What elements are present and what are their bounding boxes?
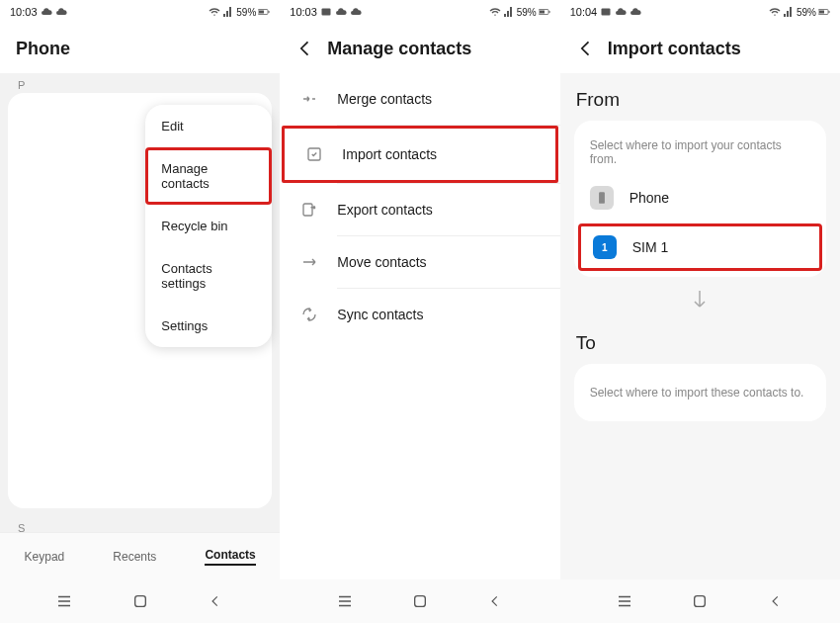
tab-recents[interactable]: Recents [113,550,156,564]
nav-bar [0,579,280,623]
svg-rect-2 [269,11,270,13]
signal-icon [783,6,795,18]
merge-icon [299,89,319,109]
menu-recycle-bin[interactable]: Recycle bin [145,205,272,247]
move-icon [299,252,319,272]
page-title: Phone [16,39,70,59]
app-header: Phone [0,24,280,73]
item-label: Merge contacts [337,91,432,107]
back-icon[interactable] [295,39,315,58]
item-label: Export contacts [337,202,433,218]
tab-contacts[interactable]: Contacts [205,548,255,566]
svg-rect-11 [602,9,611,16]
item-sync-contacts[interactable]: Sync contacts [280,289,559,340]
menu-edit[interactable]: Edit [145,105,272,147]
phone-storage-icon [590,186,614,210]
nav-back[interactable] [205,590,226,612]
from-hint: Select where to import your contacts fro… [574,125,826,174]
item-label: Move contacts [337,254,426,270]
from-label: From [574,73,826,121]
nav-recents[interactable] [53,590,75,612]
status-bar: 10:03 59% [280,0,559,24]
signal-icon [503,6,515,18]
to-label: To [574,316,826,364]
sim-icon: 1 [593,235,617,259]
item-label: Import contacts [342,146,437,162]
page-title: Manage contacts [327,39,471,59]
cloud-icon [615,6,627,18]
picture-icon [600,6,612,18]
menu-contacts-settings[interactable]: Contacts settings [145,247,272,305]
menu-settings[interactable]: Settings [145,305,272,347]
source-label: SIM 1 [632,239,669,255]
svg-rect-14 [828,11,829,13]
svg-rect-4 [321,9,330,16]
cloud-icon [350,6,362,18]
source-label: Phone [630,190,669,206]
tab-keypad[interactable]: Keypad [25,550,65,564]
svg-rect-3 [134,596,145,607]
status-time: 10:03 [290,6,317,18]
alpha-separator: S [0,516,280,532]
nav-bar [280,579,559,623]
cloud-icon [55,6,67,18]
import-icon [304,144,324,164]
export-icon [299,200,319,220]
svg-rect-1 [259,11,264,14]
svg-rect-16 [695,596,706,607]
item-move-contacts[interactable]: Move contacts [280,236,559,288]
svg-rect-13 [819,11,824,14]
item-import-contacts[interactable]: Import contacts [285,129,554,180]
main-content: From Select where to import your contact… [560,73,840,579]
status-bar: 10:04 59% [560,0,840,24]
nav-back[interactable] [484,590,506,612]
nav-recents[interactable] [334,590,356,612]
svg-rect-10 [415,596,426,607]
item-label: Sync contacts [337,307,423,322]
to-card: Select where to import these contacts to… [574,364,826,421]
status-time: 10:03 [10,6,38,18]
alpha-separator: P [0,73,280,93]
nav-bar [560,579,840,623]
item-merge-contacts[interactable]: Merge contacts [280,73,559,125]
from-card: Select where to import your contacts fro… [574,121,826,277]
battery-icon [258,6,270,18]
app-header: Manage contacts [280,24,559,73]
status-time: 10:04 [570,6,598,18]
back-icon[interactable] [576,39,596,58]
nav-home[interactable] [409,590,431,612]
source-sim1[interactable]: 1 SIM 1 [581,226,819,268]
page-title: Import contacts [608,39,741,59]
wifi-icon [769,6,781,18]
battery-pct: 59% [236,7,256,18]
app-header: Import contacts [560,24,840,73]
nav-home[interactable] [689,590,711,612]
arrow-down-icon [574,277,826,316]
nav-back[interactable] [765,590,787,612]
overflow-menu: Edit Manage contacts Recycle bin Contact… [145,105,272,347]
nav-home[interactable] [129,590,151,612]
battery-icon [539,6,550,18]
battery-icon [818,6,830,18]
svg-rect-6 [540,11,545,14]
wifi-icon [209,6,220,18]
nav-recents[interactable] [614,590,635,612]
sync-icon [299,305,319,324]
signal-icon [222,6,234,18]
status-bar: 10:03 59% [0,0,280,24]
wifi-icon [489,6,501,18]
source-phone[interactable]: Phone [574,174,826,222]
bottom-tabs: Keypad Recents Contacts [0,532,280,579]
svg-rect-9 [303,204,312,216]
menu-manage-contacts[interactable]: Manage contacts [145,147,272,205]
to-hint: Select where to import these contacts to… [574,368,826,417]
svg-rect-15 [599,192,605,204]
cloud-icon [335,6,347,18]
main-content: Merge contacts Import contacts Export co… [280,73,559,579]
main-content: P S Edit Manage contacts Recycle bin Con… [0,73,280,532]
battery-pct: 59% [517,7,537,18]
item-export-contacts[interactable]: Export contacts [280,184,559,235]
cloud-icon [41,6,52,18]
picture-icon [320,6,332,18]
svg-rect-7 [548,11,549,13]
